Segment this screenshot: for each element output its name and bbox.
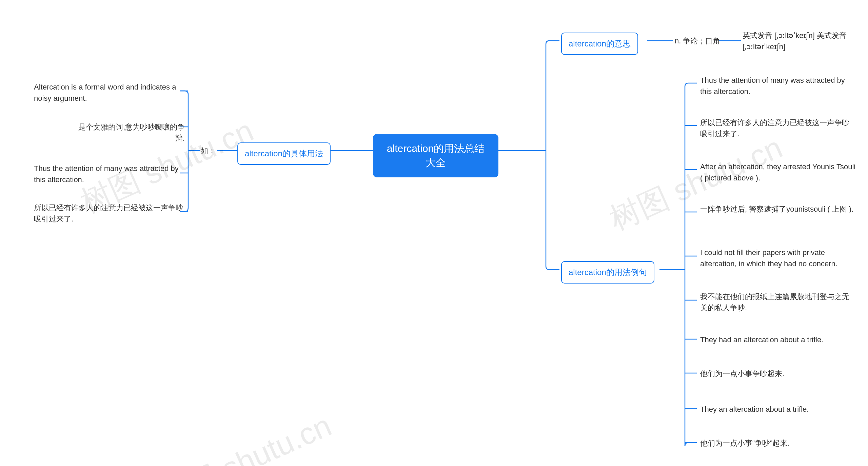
example-2: 所以已经有许多人的注意力已经被这一声争吵吸引过来了. [700,117,856,139]
branch-meaning[interactable]: altercation的意思 [561,33,638,55]
usage-leaf-1: Altercation is a formal word and indicat… [34,81,183,104]
watermark: 树图 shutu.cn [152,405,338,466]
example-8: 他们为一点小事争吵起来. [700,368,856,379]
mindmap-canvas: 树图 shutu.cn 树图 shutu.cn 树图 shutu.cn alte… [0,0,868,466]
example-1: Thus the attention of many was attracted… [700,75,856,97]
meaning-pos: n. 争论；口角 [675,35,720,46]
example-7: They had an altercation about a trifle. [700,334,856,345]
example-4: 一阵争吵过后, 警察逮捕了younistsouli ( 上图 ). [700,203,856,215]
branch-examples[interactable]: altercation的用法例句 [561,261,654,284]
example-9: They an altercation about a trifle. [700,404,856,415]
root-node[interactable]: altercation的用法总结大全 [373,134,498,177]
usage-leaf-4: 所以已经有许多人的注意力已经被这一声争吵吸引过来了. [34,202,183,225]
node-eg[interactable]: 如： [201,145,216,156]
branch-usage[interactable]: altercation的具体用法 [237,142,331,165]
usage-leaf-2: 是个文雅的词,意为吵吵嚷嚷的争辩. [70,121,185,144]
example-10: 他们为一点小事“争吵”起来. [700,438,856,449]
example-5: I could not fill their papers with priva… [700,247,860,269]
example-6: 我不能在他们的报纸上连篇累牍地刊登与之无关的私人争吵. [700,291,856,313]
usage-leaf-3: Thus the attention of many was attracted… [34,163,183,185]
watermark: 树图 shutu.cn [603,127,789,240]
example-3: After an altercation, they arrested Youn… [700,161,856,183]
connectors-svg [0,0,868,466]
meaning-pronunciation: 英式发音 [ˌɔːltəˈkeɪʃn] 美式发音 [ˌɔːltərˈkeɪʃn] [743,30,865,52]
